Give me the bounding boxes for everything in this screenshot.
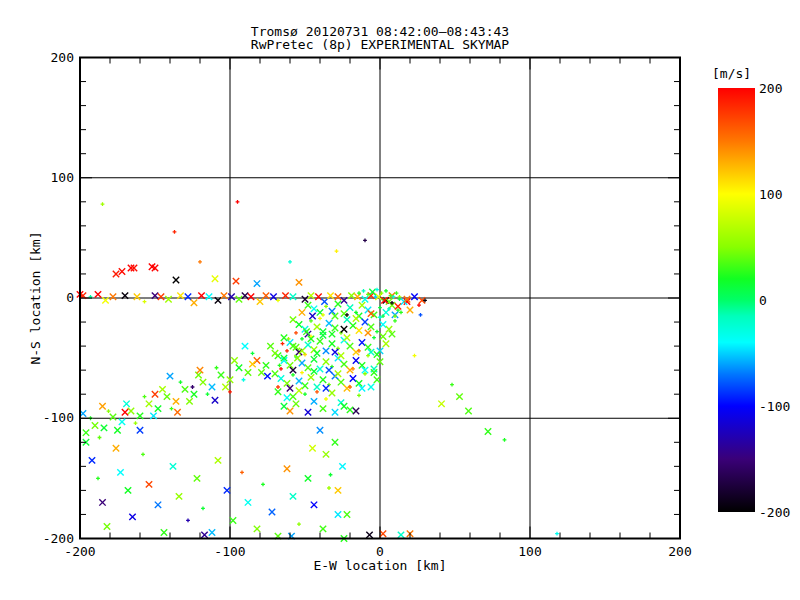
colorbar-tick-label: 0	[759, 293, 767, 308]
y-tick-label: 200	[32, 50, 74, 65]
colorbar-tick-label: -100	[759, 399, 790, 414]
y-tick-label: 0	[32, 290, 74, 305]
y-tick-label: -100	[32, 410, 74, 425]
x-tick-label: 100	[505, 544, 555, 559]
x-tick-label: 0	[355, 544, 405, 559]
colorbar-tick-label: 200	[759, 81, 782, 96]
skymap-figure: Tromsø 20120731 08:42:00–08:43:43 RwPret…	[0, 0, 800, 600]
scatter-points	[77, 200, 559, 542]
y-tick-label: -200	[32, 531, 74, 546]
colorbar	[718, 88, 755, 512]
x-tick-label: -100	[205, 544, 255, 559]
colorbar-tick-label: -200	[759, 505, 790, 520]
x-tick-label: -200	[55, 544, 105, 559]
colorbar-tick-label: 100	[759, 187, 782, 202]
y-tick-label: 100	[32, 170, 74, 185]
x-tick-label: 200	[655, 544, 705, 559]
skymap-plot: N-S location [km]	[0, 0, 800, 600]
x-axis-label: E-W location [km]	[80, 558, 680, 573]
colorbar-unit-label: [m/s]	[712, 66, 751, 81]
